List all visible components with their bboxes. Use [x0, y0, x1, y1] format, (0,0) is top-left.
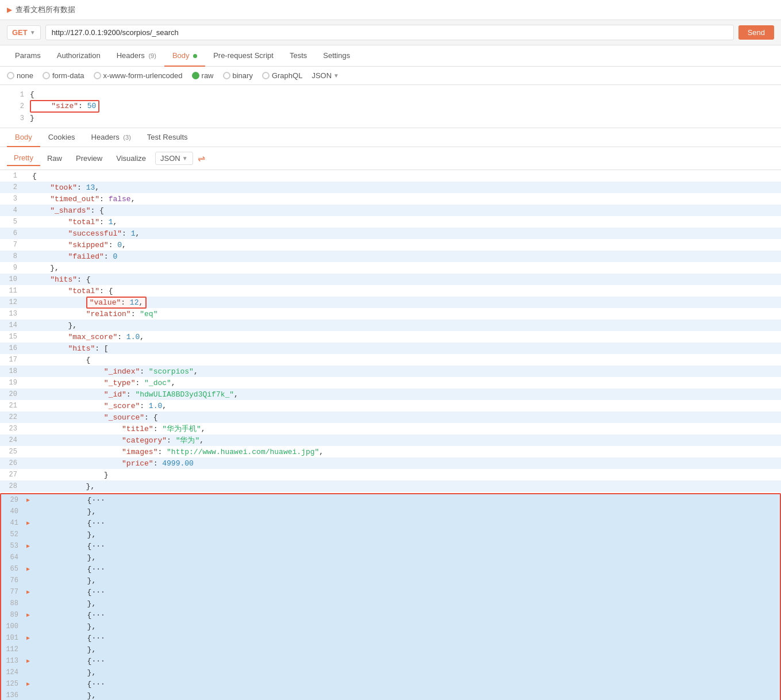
json-line-100: 100 }, — [1, 621, 780, 632]
json-line-112: 112 }, — [1, 644, 780, 655]
json-line-23: 23 "title": "华为手机", — [0, 423, 781, 434]
url-bar: GET ▼ Send — [0, 20, 781, 45]
radio-binary-dot — [223, 72, 230, 79]
json-line-14: 14 }, — [0, 320, 781, 331]
radio-raw[interactable]: raw — [192, 71, 214, 80]
json-line-19: 19 "_type": "_doc", — [0, 377, 781, 389]
json-line-5: 5 "total": 1, — [0, 216, 781, 228]
expand-arrow-icon[interactable]: ▶ — [7, 6, 12, 14]
json-line-9: 9 }, — [0, 262, 781, 274]
tab-authorization[interactable]: Authorization — [49, 45, 109, 67]
send-button[interactable]: Send — [738, 25, 774, 40]
response-view-bar: Pretty Raw Preview Visualize JSON ▼ ⇌ — [0, 147, 781, 170]
json-line-1: 1 { — [0, 170, 781, 182]
json-line-52: 52 }, — [1, 529, 780, 540]
radio-graphql[interactable]: GraphQL — [262, 71, 302, 80]
response-format-arrow-icon: ▼ — [182, 155, 188, 161]
editor-line-3: 3 } — [0, 113, 781, 123]
wrap-icon[interactable]: ⇌ — [198, 153, 205, 164]
json-line-124: 124 }, — [1, 667, 780, 678]
response-tab-bar: Body Cookies Headers (3) Test Results — [0, 128, 781, 147]
json-line-125[interactable]: 125 ▶ {··· — [1, 678, 780, 690]
radio-graphql-dot — [262, 72, 270, 79]
radio-binary[interactable]: binary — [223, 71, 253, 80]
request-body-editor[interactable]: 1 { 2 "size": 50 3 } — [0, 85, 781, 128]
tab-headers[interactable]: Headers (9) — [109, 45, 164, 67]
json-line-22: 22 "_source": { — [0, 411, 781, 423]
json-viewer: 1 { 2 "took": 13, 3 "timed_out": false, … — [0, 170, 781, 700]
json-line-113[interactable]: 113 ▶ {··· — [1, 655, 780, 667]
raw-format-arrow-icon: ▼ — [333, 72, 339, 79]
json-line-65[interactable]: 65 ▶ {··· — [1, 563, 780, 575]
json-line-10: 10 "hits": { — [0, 274, 781, 285]
tab-body[interactable]: Body — [164, 45, 205, 67]
method-label: GET — [12, 28, 28, 37]
resp-tab-cookies[interactable]: Cookies — [40, 128, 83, 147]
url-input[interactable] — [45, 25, 734, 40]
json-line-101[interactable]: 101 ▶ {··· — [1, 632, 780, 644]
view-visualize-button[interactable]: Visualize — [109, 151, 153, 166]
radio-raw-dot — [192, 72, 199, 79]
json-line-30: 40 }, — [1, 506, 780, 517]
json-line-136: 136 }, — [1, 690, 780, 700]
json-line-20: 20 "_id": "hdwULIA8BD3yd3Qif7k_", — [0, 389, 781, 400]
json-line-53[interactable]: 53 ▶ {··· — [1, 540, 780, 552]
radio-none[interactable]: none — [7, 71, 33, 80]
radio-form-data-dot — [43, 72, 50, 79]
json-line-18: 18 "_index": "scorpios", — [0, 366, 781, 377]
json-line-25: 25 "images": "http://www.huawei.com/huaw… — [0, 446, 781, 457]
method-dropdown[interactable]: GET ▼ — [7, 25, 41, 40]
editor-line-2: 2 "size": 50 — [0, 99, 781, 113]
radio-form-data[interactable]: form-data — [43, 71, 84, 80]
view-pretty-button[interactable]: Pretty — [7, 151, 40, 166]
radio-urlencoded[interactable]: x-www-form-urlencoded — [94, 71, 183, 80]
editor-line-1: 1 { — [0, 90, 781, 99]
response-format-dropdown[interactable]: JSON ▼ — [155, 152, 193, 165]
view-preview-button[interactable]: Preview — [69, 151, 109, 166]
json-line-12: 12 "value": 12, — [0, 297, 781, 308]
json-line-27: 27 } — [0, 469, 781, 480]
body-type-bar: none form-data x-www-form-urlencoded raw… — [0, 67, 781, 85]
json-line-64: 64 }, — [1, 552, 780, 563]
json-line-3: 3 "timed_out": false, — [0, 193, 781, 205]
response-format-label: JSON — [160, 154, 180, 163]
json-line-21: 21 "_score": 1.0, — [0, 400, 781, 411]
tab-pre-request-script[interactable]: Pre-request Script — [205, 45, 282, 67]
json-line-4: 4 "_shards": { — [0, 205, 781, 216]
resp-tab-headers[interactable]: Headers (3) — [83, 128, 139, 147]
json-line-15: 15 "max_score": 1.0, — [0, 331, 781, 343]
json-line-16: 16 "hits": [ — [0, 343, 781, 354]
json-line-2: 2 "took": 13, — [0, 182, 781, 193]
raw-format-label: JSON — [311, 71, 332, 80]
method-arrow-icon: ▼ — [30, 29, 36, 36]
top-bar-title: 查看文档所有数据 — [16, 5, 75, 15]
top-bar: ▶ 查看文档所有数据 — [0, 0, 781, 20]
json-line-77[interactable]: 77 ▶ {··· — [1, 586, 780, 598]
raw-format-dropdown[interactable]: JSON ▼ — [311, 71, 339, 80]
radio-urlencoded-dot — [94, 72, 101, 79]
json-line-28: 28 }, — [0, 480, 781, 492]
resp-tab-test-results[interactable]: Test Results — [139, 128, 196, 147]
json-line-11: 11 "total": { — [0, 285, 781, 297]
json-line-13: 13 "relation": "eq" — [0, 308, 781, 320]
json-line-17: 17 { — [0, 354, 781, 366]
json-line-89[interactable]: 89 ▶ {··· — [1, 609, 780, 621]
json-line-29[interactable]: 29 ▶ {··· — [1, 494, 780, 506]
view-raw-button[interactable]: Raw — [40, 151, 69, 166]
json-line-7: 7 "skipped": 0, — [0, 239, 781, 251]
tab-settings[interactable]: Settings — [315, 45, 358, 67]
request-tab-bar: Params Authorization Headers (9) Body Pr… — [0, 45, 781, 67]
json-line-41[interactable]: 41 ▶ {··· — [1, 517, 780, 529]
resp-tab-body[interactable]: Body — [7, 128, 40, 147]
json-line-76: 76 }, — [1, 575, 780, 586]
json-line-6: 6 "successful": 1, — [0, 228, 781, 239]
radio-none-dot — [7, 72, 14, 79]
json-line-26: 26 "price": 4999.00 — [0, 457, 781, 469]
tab-tests[interactable]: Tests — [282, 45, 315, 67]
json-line-88: 88 }, — [1, 598, 780, 609]
json-line-8: 8 "failed": 0 — [0, 251, 781, 262]
json-line-24: 24 "category": "华为", — [0, 434, 781, 446]
tab-params[interactable]: Params — [7, 45, 49, 67]
